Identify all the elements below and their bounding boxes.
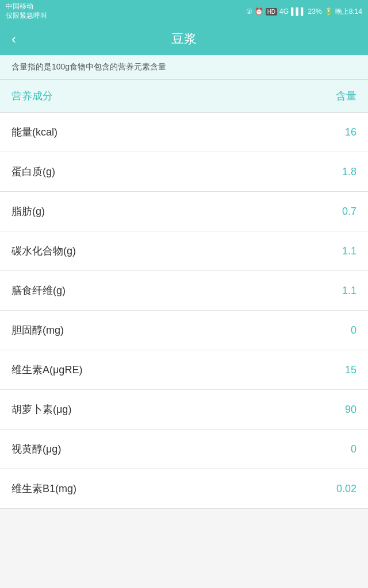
row-name-0: 能量(kcal) — [12, 125, 57, 139]
carrier-name: 中国移动 — [6, 2, 47, 11]
row-name-7: 胡萝卜素(μg) — [12, 403, 71, 416]
note-text: 含量指的是100g食物中包含的营养元素含量 — [12, 62, 166, 71]
table-row: 能量(kcal) 16 — [0, 113, 368, 152]
table-header: 营养成分 含量 — [0, 80, 368, 113]
row-value-2: 0.7 — [342, 206, 356, 218]
battery-text: 23% — [308, 7, 322, 16]
row-name-9: 维生素B1(mg) — [12, 482, 76, 496]
row-value-6: 15 — [345, 364, 356, 376]
back-button[interactable]: ‹ — [12, 31, 16, 47]
row-name-3: 碳水化合物(g) — [12, 244, 76, 258]
row-name-8: 视黄醇(μg) — [12, 442, 61, 456]
status-bar: 中国移动 仅限紧急呼叫 ② ⏰ HD 4G ▌▌▌ 23% 🔋 晚上8:14 — [0, 0, 368, 23]
row-name-1: 蛋白质(g) — [12, 165, 55, 179]
table-row: 碳水化合物(g) 1.1 — [0, 231, 368, 271]
row-value-0: 16 — [345, 126, 356, 138]
table-row: 脂肪(g) 0.7 — [0, 192, 368, 231]
row-value-7: 90 — [345, 404, 356, 416]
signal-bars-icon: ▌▌▌ — [291, 7, 306, 16]
row-value-8: 0 — [351, 443, 356, 455]
row-value-9: 0.02 — [336, 483, 356, 495]
page-title: 豆浆 — [171, 30, 197, 48]
navbar: ‹ 豆浆 — [0, 23, 368, 55]
network-type: 4G — [279, 7, 289, 16]
row-name-5: 胆固醇(mg) — [12, 323, 64, 337]
row-value-1: 1.8 — [342, 166, 356, 178]
table-row: 维生素B1(mg) 0.02 — [0, 469, 368, 509]
note-bar: 含量指的是100g食物中包含的营养元素含量 — [0, 55, 368, 80]
carrier-info: 中国移动 仅限紧急呼叫 — [6, 2, 47, 20]
row-value-5: 0 — [351, 324, 356, 336]
row-value-3: 1.1 — [342, 245, 356, 257]
column-name-header: 营养成分 — [12, 89, 53, 103]
table-row: 膳食纤维(g) 1.1 — [0, 271, 368, 311]
table-row: 胆固醇(mg) 0 — [0, 311, 368, 350]
row-name-6: 维生素A(μgRE) — [12, 363, 82, 377]
emergency-text: 仅限紧急呼叫 — [6, 11, 47, 21]
nutrition-table: 能量(kcal) 16 蛋白质(g) 1.8 脂肪(g) 0.7 碳水化合物(g… — [0, 113, 368, 509]
battery-icon: 🔋 — [324, 7, 333, 16]
column-value-header: 含量 — [336, 89, 356, 103]
table-row: 维生素A(μgRE) 15 — [0, 350, 368, 390]
row-name-4: 膳食纤维(g) — [12, 284, 66, 297]
table-row: 蛋白质(g) 1.8 — [0, 152, 368, 192]
signal-icon: ② — [246, 7, 252, 16]
table-row: 视黄醇(μg) 0 — [0, 430, 368, 469]
status-right: ② ⏰ HD 4G ▌▌▌ 23% 🔋 晚上8:14 — [246, 7, 362, 17]
alarm-icon: ⏰ — [255, 7, 263, 16]
hd-badge: HD — [266, 8, 277, 16]
row-name-2: 脂肪(g) — [12, 204, 45, 218]
row-value-4: 1.1 — [342, 285, 356, 297]
time-display: 晚上8:14 — [335, 7, 362, 17]
table-row: 胡萝卜素(μg) 90 — [0, 390, 368, 430]
